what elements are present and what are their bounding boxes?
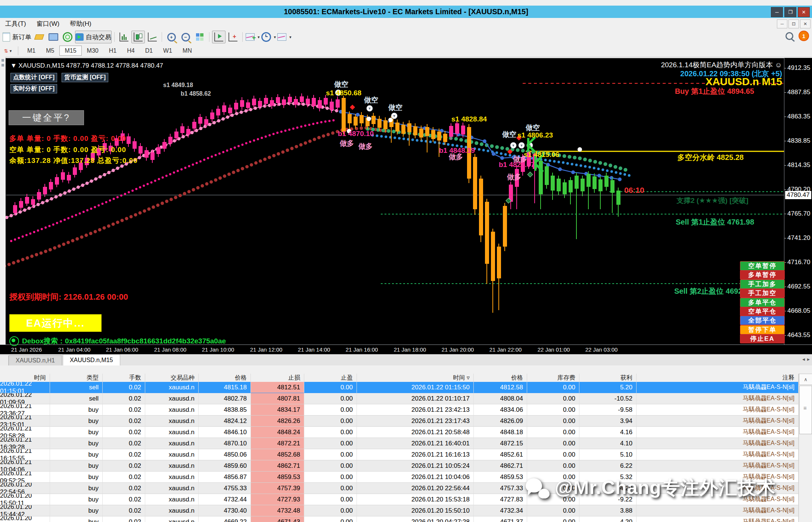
notification-badge[interactable]: 1 — [799, 31, 809, 41]
table-header-5[interactable]: 止损 — [251, 374, 304, 382]
table-cell: 马騳骉飝EA-S-N[sl] — [637, 404, 799, 416]
table-row[interactable]: 2026.01.21 16:15:55buy0.02xauusd.n4850.0… — [0, 449, 799, 460]
close-all-button[interactable]: 一键全平? — [9, 110, 84, 125]
table-row[interactable]: 2026.01.21 20:58:28buy0.02xauusd.n4846.1… — [0, 427, 799, 438]
auto-trade-button[interactable]: 自动交易 — [75, 31, 112, 43]
timeframe-M15[interactable]: M15 — [59, 46, 81, 56]
maximize-button[interactable]: ❐ — [784, 7, 796, 17]
templates-button[interactable]: ▾ — [277, 31, 292, 43]
table-cell: sell — [50, 382, 103, 393]
timeframe-H4[interactable]: H4 — [122, 46, 140, 56]
table-header-4[interactable]: 价格 — [199, 374, 251, 382]
table-row[interactable]: 2026.01.20 15:44:42buy0.02xauusd.n4730.4… — [0, 505, 799, 516]
side-button-暂停下单[interactable]: 暂停下单 — [740, 325, 785, 334]
zoom-out-button[interactable]: − — [179, 31, 192, 43]
table-header-2[interactable]: 手数 — [103, 374, 145, 382]
timeframe-MN[interactable]: MN — [177, 46, 197, 56]
svg-text:做空: 做空 — [334, 80, 348, 88]
zoom-in-button[interactable]: + — [165, 31, 178, 43]
ea-running-button[interactable]: EA运行中... — [9, 314, 102, 332]
table-row[interactable]: 2026.01.20 04:23:36buy0.02xauusd.n4669.2… — [0, 516, 799, 522]
side-button-多单暂停[interactable]: 多单暂停 — [740, 270, 785, 279]
side-button-手工加空[interactable]: 手工加空 — [740, 288, 785, 298]
timeframe-H1[interactable]: H1 — [104, 46, 122, 56]
menu-item-2[interactable]: 帮助(H) — [65, 19, 97, 28]
indicators-button[interactable]: +▾ — [245, 31, 260, 43]
timeframe-M5[interactable]: M5 — [41, 46, 59, 56]
table-row[interactable]: 2026.01.22 01:15:01sell0.02xauusd.n4815.… — [0, 382, 799, 393]
timeframe-M1[interactable]: M1 — [22, 46, 41, 56]
table-cell: xauusd.n — [145, 438, 199, 449]
bar-chart-mode-button[interactable] — [117, 31, 131, 43]
table-row[interactable]: 2026.01.21 16:39:28buy0.02xauusd.n4870.1… — [0, 438, 799, 449]
timeframe-W1[interactable]: W1 — [158, 46, 177, 56]
table-scrollbar[interactable]: ∧ — [799, 374, 812, 522]
table-cell: 马騳骉飝EA-S-N[sl] — [637, 505, 799, 516]
menu-item-0[interactable]: 工具(T) — [0, 19, 31, 28]
tile-windows-button[interactable] — [193, 31, 206, 43]
side-button-手工加多[interactable]: 手工加多 — [740, 279, 785, 289]
table-header-9[interactable]: 库存费 — [527, 374, 579, 382]
new-order-button[interactable]: 新订单 — [2, 31, 32, 43]
side-button-空单平仓[interactable]: 空单平仓 — [740, 307, 785, 316]
timeframe-M30[interactable]: M30 — [82, 46, 104, 56]
table-header-3[interactable]: 交易品种 — [145, 374, 199, 382]
table-header-7[interactable]: 时间 ▿ — [357, 374, 474, 382]
price-tick — [784, 141, 786, 141]
chart-tab-XAUUSD.n,H1[interactable]: XAUUSD.n,H1 — [9, 355, 62, 365]
side-button-空单暂停[interactable]: 空单暂停 — [740, 261, 785, 271]
chart-shift-button[interactable]: + — [226, 31, 240, 43]
table-row[interactable]: 2026.01.21 23:36:27buy0.02xauusd.n4838.8… — [0, 404, 799, 416]
signal-icon — [63, 32, 72, 42]
indicator-toggle-2[interactable]: 实时分析 [OFF] — [10, 84, 57, 93]
table-header-8[interactable]: 价格 — [474, 374, 527, 382]
close-button[interactable]: ✕ — [798, 7, 810, 17]
market-watch-button[interactable] — [47, 31, 60, 43]
scroll-up-icon[interactable]: ∧ — [799, 374, 812, 385]
side-button-全部平仓[interactable]: 全部平仓 — [740, 316, 785, 325]
side-button-停止EA[interactable]: 停止EA — [740, 334, 785, 343]
gold-symbol-button[interactable] — [32, 31, 46, 43]
table-cell: 4859.53 — [251, 472, 304, 483]
docked-panel-edge[interactable] — [0, 57, 6, 354]
signals-button[interactable] — [61, 31, 74, 43]
table-row[interactable]: 2026.01.21 23:15:01buy0.02xauusd.n4824.1… — [0, 416, 799, 427]
candle-chart-mode-button[interactable] — [131, 31, 145, 43]
table-header-1[interactable]: 类型 — [50, 374, 103, 382]
search-icon[interactable] — [785, 32, 793, 40]
indicator-toggle-0[interactable]: 点数统计 [OFF] — [10, 73, 57, 82]
menu-item-1[interactable]: 窗口(W) — [31, 19, 65, 28]
periods-button[interactable]: ▾ — [261, 31, 277, 43]
chart-tab-XAUUSD.n,M15[interactable]: XAUUSD.n,M15 — [63, 354, 120, 365]
terminal-panel-splitter[interactable] — [0, 365, 812, 374]
scrollbar-thumb[interactable] — [799, 386, 812, 434]
side-button-多单平仓[interactable]: 多单平仓 — [740, 298, 785, 307]
table-header-0[interactable]: 时间 — [0, 374, 50, 382]
table-row[interactable]: 2026.01.22 01:09:59sell0.02xauusd.n4802.… — [0, 393, 799, 404]
table-header-6[interactable]: 止盈 — [304, 374, 357, 382]
price-tick — [784, 189, 786, 190]
chart-restore-button[interactable]: ⊡ — [788, 19, 799, 28]
table-cell: 0.02 — [103, 494, 145, 505]
chart-close-button[interactable]: ✕ — [800, 19, 811, 28]
time-label: 21 Jan 04:00 — [58, 346, 91, 353]
symbol-switch-button[interactable]: ⇅▾ — [1, 46, 14, 56]
auto-scroll-button[interactable] — [212, 31, 225, 43]
time-axis[interactable]: 21 Jan 202621 Jan 04:0021 Jan 06:0021 Ja… — [0, 345, 812, 355]
table-header-11[interactable]: 注释 — [637, 374, 799, 382]
table-header-10[interactable]: 获利 — [579, 374, 637, 382]
svg-text:做多: 做多 — [339, 139, 354, 147]
table-cell: xauusd.n — [145, 382, 199, 393]
price-axis[interactable]: 4912.354887.854863.354838.854814.354790.… — [784, 58, 812, 345]
svg-text:做多: 做多 — [358, 142, 373, 150]
time-label: 22 Jan 03:00 — [585, 346, 618, 353]
indicator-toggle-1[interactable]: 货币监测 [OFF] — [62, 73, 108, 82]
minimize-button[interactable]: ─ — [771, 7, 783, 17]
chart-minimize-button[interactable]: ─ — [777, 19, 787, 28]
tab-scroll-right-icon[interactable]: ▸ — [807, 356, 810, 362]
timeframe-D1[interactable]: D1 — [140, 46, 158, 56]
candlestick-icon — [134, 33, 143, 41]
tab-scroll-left-icon[interactable]: ◂ — [802, 356, 805, 362]
table-row[interactable]: 2026.01.21 10:04:06buy0.02xauusd.n4859.6… — [0, 460, 799, 472]
line-chart-mode-button[interactable] — [146, 31, 159, 43]
